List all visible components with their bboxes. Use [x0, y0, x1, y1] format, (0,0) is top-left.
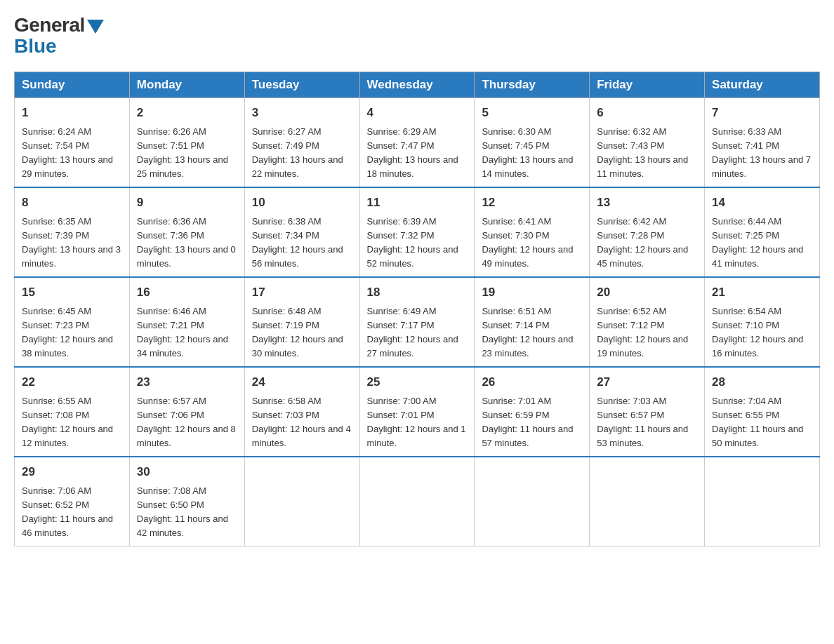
day-info: Sunrise: 7:08 AMSunset: 6:50 PMDaylight:… — [137, 484, 237, 541]
day-info: Sunrise: 6:42 AMSunset: 7:28 PMDaylight:… — [597, 215, 697, 271]
day-number: 16 — [137, 283, 237, 302]
calendar-day-cell: 4Sunrise: 6:29 AMSunset: 7:47 PMDaylight… — [359, 98, 475, 188]
day-number: 24 — [252, 373, 352, 391]
calendar-day-cell: 8Sunrise: 6:35 AMSunset: 7:39 PMDaylight… — [15, 187, 130, 277]
calendar-day-cell: 10Sunrise: 6:38 AMSunset: 7:34 PMDayligh… — [244, 187, 359, 277]
calendar-day-cell: 12Sunrise: 6:41 AMSunset: 7:30 PMDayligh… — [475, 187, 590, 277]
weekday-header-monday: Monday — [129, 72, 244, 98]
day-number: 27 — [597, 373, 697, 391]
day-info: Sunrise: 6:48 AMSunset: 7:19 PMDaylight:… — [252, 304, 352, 361]
day-number: 8 — [22, 194, 122, 212]
day-number: 25 — [367, 373, 468, 391]
calendar-week-row: 8Sunrise: 6:35 AMSunset: 7:39 PMDaylight… — [15, 187, 820, 277]
weekday-header-row: SundayMondayTuesdayWednesdayThursdayFrid… — [15, 72, 820, 98]
day-info: Sunrise: 6:41 AMSunset: 7:30 PMDaylight:… — [482, 215, 582, 271]
day-number: 15 — [22, 283, 122, 302]
calendar-day-cell: 5Sunrise: 6:30 AMSunset: 7:45 PMDaylight… — [475, 98, 590, 188]
calendar-table: SundayMondayTuesdayWednesdayThursdayFrid… — [14, 72, 820, 546]
day-number: 2 — [137, 104, 237, 122]
calendar-day-cell: 23Sunrise: 6:57 AMSunset: 7:06 PMDayligh… — [129, 367, 244, 457]
day-number: 22 — [22, 373, 122, 391]
calendar-day-cell: 21Sunrise: 6:54 AMSunset: 7:10 PMDayligh… — [705, 277, 820, 367]
day-info: Sunrise: 7:00 AMSunset: 7:01 PMDaylight:… — [367, 394, 468, 451]
day-info: Sunrise: 6:30 AMSunset: 7:45 PMDaylight:… — [482, 125, 582, 182]
calendar-day-cell: 30Sunrise: 7:08 AMSunset: 6:50 PMDayligh… — [129, 457, 244, 546]
day-info: Sunrise: 7:01 AMSunset: 6:59 PMDaylight:… — [482, 394, 582, 451]
calendar-day-cell: 19Sunrise: 6:51 AMSunset: 7:14 PMDayligh… — [475, 277, 590, 367]
calendar-day-cell — [244, 457, 359, 546]
calendar-day-cell: 6Sunrise: 6:32 AMSunset: 7:43 PMDaylight… — [590, 98, 705, 188]
weekday-header-thursday: Thursday — [475, 72, 590, 98]
day-number: 7 — [712, 104, 812, 122]
day-number: 20 — [597, 283, 697, 302]
day-number: 17 — [252, 283, 352, 302]
calendar-day-cell: 13Sunrise: 6:42 AMSunset: 7:28 PMDayligh… — [590, 187, 705, 277]
calendar-day-cell — [475, 457, 590, 546]
calendar-day-cell: 26Sunrise: 7:01 AMSunset: 6:59 PMDayligh… — [475, 367, 590, 457]
day-info: Sunrise: 6:51 AMSunset: 7:14 PMDaylight:… — [482, 304, 582, 361]
calendar-week-row: 15Sunrise: 6:45 AMSunset: 7:23 PMDayligh… — [15, 277, 820, 367]
day-info: Sunrise: 6:55 AMSunset: 7:08 PMDaylight:… — [22, 394, 122, 451]
day-info: Sunrise: 6:44 AMSunset: 7:25 PMDaylight:… — [712, 215, 812, 271]
day-info: Sunrise: 6:39 AMSunset: 7:32 PMDaylight:… — [367, 215, 468, 271]
calendar-day-cell: 28Sunrise: 7:04 AMSunset: 6:55 PMDayligh… — [705, 367, 820, 457]
day-info: Sunrise: 6:54 AMSunset: 7:10 PMDaylight:… — [712, 304, 812, 361]
calendar-day-cell: 1Sunrise: 6:24 AMSunset: 7:54 PMDaylight… — [15, 98, 130, 188]
calendar-day-cell: 9Sunrise: 6:36 AMSunset: 7:36 PMDaylight… — [129, 187, 244, 277]
day-number: 12 — [482, 194, 582, 212]
weekday-header-wednesday: Wednesday — [359, 72, 475, 98]
day-number: 10 — [252, 194, 352, 212]
day-number: 3 — [252, 104, 352, 122]
day-info: Sunrise: 6:52 AMSunset: 7:12 PMDaylight:… — [597, 304, 697, 361]
day-info: Sunrise: 6:38 AMSunset: 7:34 PMDaylight:… — [252, 215, 352, 271]
day-number: 1 — [22, 104, 122, 122]
calendar-day-cell — [705, 457, 820, 546]
logo: General Blue — [14, 14, 104, 58]
day-number: 26 — [482, 373, 582, 391]
calendar-day-cell: 14Sunrise: 6:44 AMSunset: 7:25 PMDayligh… — [705, 187, 820, 277]
day-number: 9 — [137, 194, 237, 212]
calendar-day-cell: 18Sunrise: 6:49 AMSunset: 7:17 PMDayligh… — [359, 277, 475, 367]
day-info: Sunrise: 7:04 AMSunset: 6:55 PMDaylight:… — [712, 394, 812, 451]
day-number: 19 — [482, 283, 582, 302]
day-number: 23 — [137, 373, 237, 391]
calendar-day-cell: 16Sunrise: 6:46 AMSunset: 7:21 PMDayligh… — [129, 277, 244, 367]
calendar-week-row: 1Sunrise: 6:24 AMSunset: 7:54 PMDaylight… — [15, 98, 820, 188]
day-info: Sunrise: 6:35 AMSunset: 7:39 PMDaylight:… — [22, 215, 122, 271]
logo-general-text: General — [14, 14, 85, 36]
calendar-day-cell: 3Sunrise: 6:27 AMSunset: 7:49 PMDaylight… — [244, 98, 359, 188]
day-info: Sunrise: 6:46 AMSunset: 7:21 PMDaylight:… — [137, 304, 237, 361]
day-info: Sunrise: 6:29 AMSunset: 7:47 PMDaylight:… — [367, 125, 468, 182]
day-number: 14 — [712, 194, 812, 212]
day-info: Sunrise: 6:45 AMSunset: 7:23 PMDaylight:… — [22, 304, 122, 361]
weekday-header-saturday: Saturday — [705, 72, 820, 98]
logo-triangle-icon — [87, 20, 104, 34]
day-number: 13 — [597, 194, 697, 212]
calendar-day-cell — [359, 457, 475, 546]
day-info: Sunrise: 6:36 AMSunset: 7:36 PMDaylight:… — [137, 215, 237, 271]
day-number: 29 — [22, 463, 122, 481]
calendar-day-cell: 24Sunrise: 6:58 AMSunset: 7:03 PMDayligh… — [244, 367, 359, 457]
day-info: Sunrise: 6:58 AMSunset: 7:03 PMDaylight:… — [252, 394, 352, 451]
calendar-day-cell: 29Sunrise: 7:06 AMSunset: 6:52 PMDayligh… — [15, 457, 130, 546]
day-info: Sunrise: 7:03 AMSunset: 6:57 PMDaylight:… — [597, 394, 697, 451]
day-number: 5 — [482, 104, 582, 122]
day-info: Sunrise: 6:26 AMSunset: 7:51 PMDaylight:… — [137, 125, 237, 182]
calendar-day-cell: 7Sunrise: 6:33 AMSunset: 7:41 PMDaylight… — [705, 98, 820, 188]
day-number: 18 — [367, 283, 468, 302]
calendar-day-cell: 25Sunrise: 7:00 AMSunset: 7:01 PMDayligh… — [359, 367, 475, 457]
day-number: 21 — [712, 283, 812, 302]
day-info: Sunrise: 6:33 AMSunset: 7:41 PMDaylight:… — [712, 125, 812, 182]
day-info: Sunrise: 6:49 AMSunset: 7:17 PMDaylight:… — [367, 304, 468, 361]
calendar-day-cell: 11Sunrise: 6:39 AMSunset: 7:32 PMDayligh… — [359, 187, 475, 277]
day-info: Sunrise: 6:27 AMSunset: 7:49 PMDaylight:… — [252, 125, 352, 182]
day-number: 30 — [137, 463, 237, 481]
calendar-week-row: 29Sunrise: 7:06 AMSunset: 6:52 PMDayligh… — [15, 457, 820, 546]
calendar-day-cell: 27Sunrise: 7:03 AMSunset: 6:57 PMDayligh… — [590, 367, 705, 457]
logo-blue-text: Blue — [14, 35, 57, 58]
weekday-header-sunday: Sunday — [15, 72, 130, 98]
day-number: 4 — [367, 104, 468, 122]
calendar-day-cell: 15Sunrise: 6:45 AMSunset: 7:23 PMDayligh… — [15, 277, 130, 367]
calendar-day-cell: 17Sunrise: 6:48 AMSunset: 7:19 PMDayligh… — [244, 277, 359, 367]
day-info: Sunrise: 6:57 AMSunset: 7:06 PMDaylight:… — [137, 394, 237, 451]
